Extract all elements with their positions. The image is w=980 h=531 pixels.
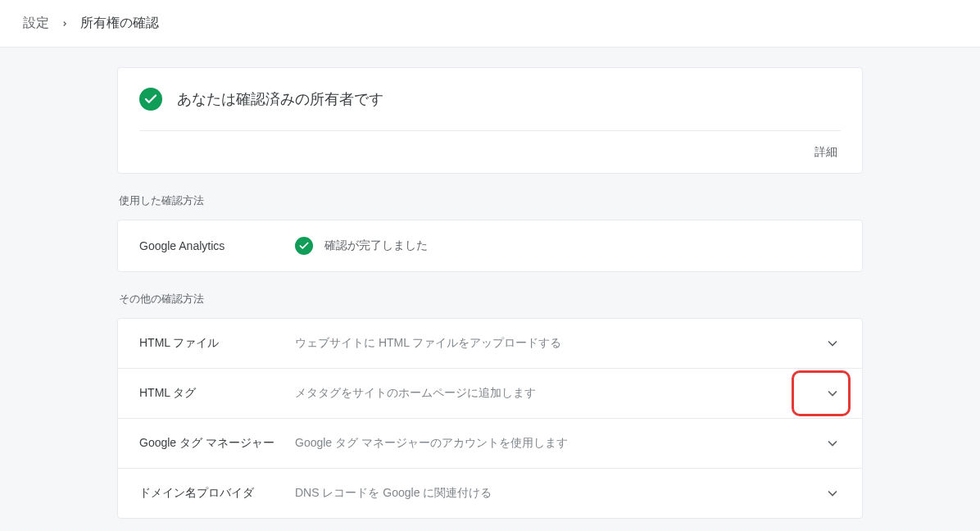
- used-method-status: 確認が完了しました: [324, 238, 428, 253]
- used-method-card: Google Analytics 確認が完了しました: [117, 220, 863, 272]
- method-desc: ウェブサイトに HTML ファイルをアップロードする: [295, 336, 824, 351]
- method-gtm[interactable]: Google タグ マネージャー Google タグ マネージャーのアカウントを…: [118, 419, 862, 469]
- other-section-label: その他の確認方法: [117, 292, 863, 306]
- used-method-name: Google Analytics: [139, 239, 295, 252]
- check-icon: [295, 237, 313, 255]
- method-desc: メタタグをサイトのホームページに追加します: [295, 386, 824, 401]
- used-method-row: Google Analytics 確認が完了しました: [118, 220, 862, 271]
- chevron-down-icon: [824, 335, 841, 352]
- method-name: HTML タグ: [139, 386, 295, 401]
- method-name: HTML ファイル: [139, 336, 295, 351]
- chevron-down-icon: [824, 385, 841, 402]
- breadcrumb-current: 所有権の確認: [80, 15, 159, 32]
- method-desc: Google タグ マネージャーのアカウントを使用します: [295, 436, 824, 451]
- verified-card: あなたは確認済みの所有者です 詳細: [117, 67, 863, 174]
- method-dns[interactable]: ドメイン名プロバイダ DNS レコードを Google に関連付ける: [118, 469, 862, 518]
- method-html-file[interactable]: HTML ファイル ウェブサイトに HTML ファイルをアップロードする: [118, 319, 862, 369]
- breadcrumb: 設定 所有権の確認: [0, 0, 980, 48]
- method-name: ドメイン名プロバイダ: [139, 486, 295, 501]
- details-link[interactable]: 詳細: [814, 145, 841, 158]
- chevron-down-icon: [824, 435, 841, 452]
- chevron-right-icon: [61, 17, 69, 30]
- method-name: Google タグ マネージャー: [139, 436, 295, 451]
- other-methods-card: HTML ファイル ウェブサイトに HTML ファイルをアップロードする HTM…: [117, 318, 863, 519]
- method-desc: DNS レコードを Google に関連付ける: [295, 486, 824, 501]
- used-section-label: 使用した確認方法: [117, 193, 863, 208]
- check-icon: [139, 88, 162, 111]
- verified-title: あなたは確認済みの所有者です: [177, 89, 383, 109]
- method-html-tag[interactable]: HTML タグ メタタグをサイトのホームページに追加します: [118, 369, 862, 419]
- breadcrumb-parent[interactable]: 設定: [23, 15, 49, 32]
- chevron-down-icon: [824, 485, 841, 502]
